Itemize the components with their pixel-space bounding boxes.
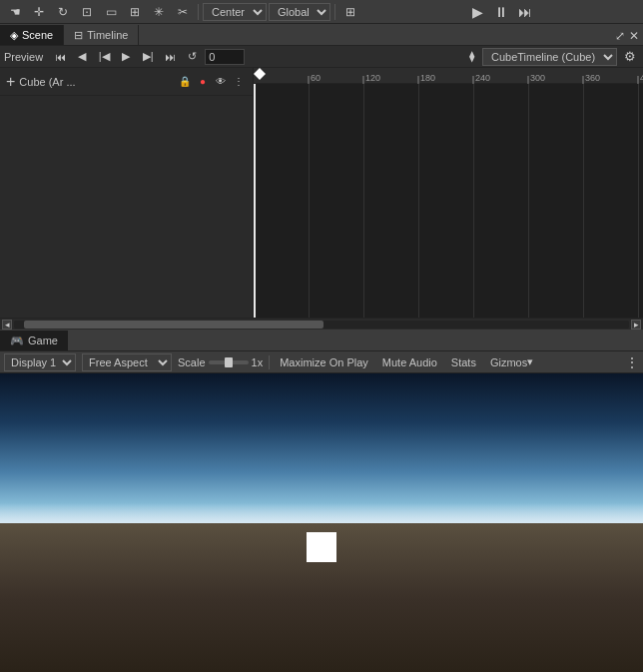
timeline-controls: Preview ⏮ ◀ |◀ ▶ ▶| ⏭ ↺ ⧫ CubeTimeline (… <box>0 46 643 68</box>
scroll-right-btn[interactable]: ▸ <box>631 320 641 330</box>
grid-line-300 <box>528 84 529 318</box>
tl-nav-prev[interactable]: ◀ <box>73 48 91 66</box>
maximize-on-play-btn[interactable]: Maximize On Play <box>276 353 372 371</box>
tl-nav-first[interactable]: ⏮ <box>51 48 69 66</box>
tab-game[interactable]: 🎮 Game <box>0 331 68 350</box>
track-cube-name: Cube (Ar ... <box>19 76 75 88</box>
toolbar-sep-2 <box>334 4 335 20</box>
custom-tool-btn[interactable]: ✳ <box>148 2 170 22</box>
timeline-settings-btn[interactable]: ⚙ <box>621 48 639 66</box>
step-button[interactable]: ⏭ <box>514 2 536 22</box>
timeline-ruler: 60 120 180 240 300 360 420 <box>254 68 643 84</box>
rect-tool-btn[interactable]: ▭ <box>100 2 122 22</box>
tab-scene[interactable]: ◈ Scene <box>0 25 64 45</box>
timeline-scrollbar: ◂ ▸ <box>0 318 643 330</box>
scene-icon: ◈ <box>10 29 18 42</box>
gizmos-arrow-icon: ▾ <box>527 355 533 368</box>
scale-control: Scale 1x <box>178 356 263 368</box>
timeline-icon: ⊟ <box>74 29 83 42</box>
tl-nav-play[interactable]: ▶ <box>117 48 135 66</box>
game-cube-object <box>307 532 336 562</box>
extra-tool-btn[interactable]: ✂ <box>172 2 194 22</box>
gizmos-label: Gizmos <box>490 356 527 368</box>
gizmos-btn[interactable]: Gizmos ▾ <box>486 353 537 371</box>
scene-tab-label: Scene <box>22 29 53 41</box>
grid-line-360 <box>583 84 584 318</box>
scale-label: Scale <box>178 356 206 368</box>
tl-loop-btn[interactable]: ↺ <box>183 48 201 66</box>
stats-btn[interactable]: Stats <box>447 353 480 371</box>
scroll-thumb[interactable] <box>24 321 323 329</box>
space-dropdown[interactable]: Global <box>269 3 330 21</box>
svg-text:360: 360 <box>585 73 600 83</box>
grid-line-120 <box>363 84 364 318</box>
track-visibility-btn[interactable]: 👁 <box>213 74 229 90</box>
track-more-btn[interactable]: ⋮ <box>231 74 247 90</box>
timeline-clip-dropdown[interactable]: CubeTimeline (Cube) <box>482 48 617 66</box>
game-tabbar: 🎮 Game <box>0 330 643 351</box>
transform-tool-btn[interactable]: ⊞ <box>124 2 146 22</box>
tl-nav-next[interactable]: ▶| <box>139 48 157 66</box>
rotate-tool-btn[interactable]: ↻ <box>52 2 74 22</box>
tl-cursor-btn[interactable]: |◀ <box>95 48 113 66</box>
scroll-left-btn[interactable]: ◂ <box>2 320 12 330</box>
preview-label: Preview <box>4 51 43 63</box>
grid-line-420 <box>638 84 639 318</box>
grid-line-240 <box>473 84 474 318</box>
timeline-body: + Cube (Ar ... 🔒 ● 👁 ⋮ 60 120 180 <box>0 68 643 318</box>
tab-window-controls: ⤢ ✕ <box>615 29 639 43</box>
timeline-track-list: + Cube (Ar ... 🔒 ● 👁 ⋮ <box>0 68 254 318</box>
svg-text:240: 240 <box>475 73 490 83</box>
grid-line-180 <box>418 84 419 318</box>
timeline-ruler-area: 60 120 180 240 300 360 420 <box>254 68 643 318</box>
game-tab-icon: 🎮 <box>10 335 24 347</box>
scroll-track[interactable] <box>14 321 629 329</box>
timeline-canvas[interactable] <box>254 84 643 318</box>
game-view <box>0 373 643 672</box>
svg-text:120: 120 <box>365 73 380 83</box>
scale-value: 1x <box>252 356 264 368</box>
track-record-btn[interactable]: ● <box>195 74 211 90</box>
pivot-dropdown[interactable]: Center <box>203 3 267 21</box>
scale-slider[interactable] <box>209 360 249 364</box>
mute-audio-btn[interactable]: Mute Audio <box>378 353 441 371</box>
timeline-time-input[interactable] <box>205 49 245 65</box>
tab-timeline[interactable]: ⊟ Timeline <box>64 25 139 45</box>
svg-text:180: 180 <box>420 73 435 83</box>
scene-timeline-tabbar: ◈ Scene ⊟ Timeline ⤢ ✕ <box>0 24 643 46</box>
tl-nav-last[interactable]: ⏭ <box>161 48 179 66</box>
main-toolbar: ☚ ✛ ↻ ⊡ ▭ ⊞ ✳ ✂ Center Global ⊞ ▶ ⏸ ⏭ <box>0 0 643 24</box>
svg-text:300: 300 <box>530 73 545 83</box>
ruler-svg: 60 120 180 240 300 360 420 <box>254 68 643 84</box>
aspect-dropdown[interactable]: Free Aspect <box>82 353 172 371</box>
grid-btn[interactable]: ⊞ <box>339 2 361 22</box>
toolbar-sep-1 <box>198 4 199 20</box>
track-header: + Cube (Ar ... 🔒 ● 👁 ⋮ <box>0 68 253 96</box>
game-toolbar: Display 1 Free Aspect Scale 1x Maximize … <box>0 351 643 373</box>
scale-thumb <box>225 357 233 367</box>
display-dropdown[interactable]: Display 1 <box>4 353 76 371</box>
maximize-tab-btn[interactable]: ⤢ <box>615 29 625 43</box>
timeline-tab-label: Timeline <box>87 29 128 41</box>
close-tab-btn[interactable]: ✕ <box>629 29 639 43</box>
hand-tool-btn[interactable]: ☚ <box>4 2 26 22</box>
game-toolbar-sep <box>269 355 270 369</box>
play-button[interactable]: ▶ <box>466 2 488 22</box>
grid-line-60 <box>309 84 310 318</box>
track-lock-btn[interactable]: 🔒 <box>177 74 193 90</box>
cube-icon: ⧫ <box>469 50 474 63</box>
move-tool-btn[interactable]: ✛ <box>28 2 50 22</box>
pause-button[interactable]: ⏸ <box>490 2 512 22</box>
game-tab-label: Game <box>28 335 58 346</box>
svg-text:60: 60 <box>311 73 321 83</box>
scale-tool-btn[interactable]: ⊡ <box>76 2 98 22</box>
game-toolbar-more-btn[interactable]: ⋮ <box>625 354 639 370</box>
timeline-playhead <box>254 84 256 318</box>
track-control-btns: 🔒 ● 👁 ⋮ <box>177 74 247 90</box>
add-track-btn[interactable]: + <box>6 74 15 90</box>
